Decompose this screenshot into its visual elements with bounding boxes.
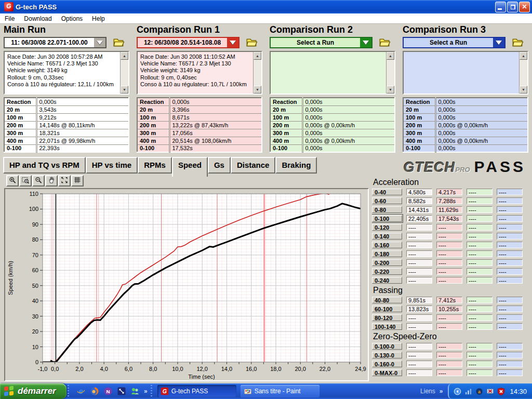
svg-text:14,0: 14,0 (221, 366, 232, 372)
svg-text:a: a (478, 389, 481, 394)
open-run-file-button[interactable] (377, 37, 393, 48)
stats-value: ---- (497, 268, 523, 275)
menu-download[interactable]: Download (19, 14, 56, 23)
tab-rpms[interactable]: RPMs (138, 157, 172, 174)
stats-value: 7,288s (436, 197, 462, 204)
security-shield-icon[interactable] (497, 387, 506, 396)
stats-section-title: Acceleration (373, 178, 528, 187)
open-run-file-button[interactable] (244, 37, 260, 48)
table-row: 100 m0,000s (403, 113, 528, 121)
dropdown-arrow-icon[interactable] (493, 38, 504, 47)
stats-range-button[interactable]: 0-200 (372, 259, 402, 266)
open-run-file-button[interactable] (510, 37, 526, 48)
stats-range-button[interactable]: 0-40 (372, 189, 402, 195)
stats-range-button[interactable]: 0-180 (372, 250, 402, 257)
stats-range-button[interactable]: 0-240 (372, 277, 402, 284)
split-label: 0-100 (4, 144, 36, 152)
stats-range-button[interactable]: 0-160-0 (372, 361, 402, 367)
run-selector-dropdown[interactable]: 11: 06/30/08 22.071-100.00 (4, 37, 107, 48)
stats-range-button[interactable]: 0-80 (372, 206, 402, 213)
stats-range-button[interactable]: 100-140 (372, 323, 402, 330)
remote-desktop-icon[interactable] (116, 386, 127, 396)
zoom-in-button[interactable] (6, 175, 19, 187)
scroll-up-icon[interactable]: ▲ (387, 52, 394, 60)
scroll-down-icon[interactable]: ▼ (121, 86, 128, 94)
scroll-down-icon[interactable]: ▼ (254, 86, 261, 94)
restore-button[interactable] (507, 2, 518, 12)
dropdown-arrow-icon[interactable] (227, 38, 238, 47)
stats-range-button[interactable]: 0-130-0 (372, 352, 402, 358)
zoom-region-button[interactable] (19, 175, 32, 187)
messenger-icon[interactable] (130, 386, 140, 396)
tab-hp-vs-time[interactable]: HP vs time (86, 157, 138, 174)
pan-hand-button[interactable] (45, 175, 58, 187)
stats-value: ---- (497, 314, 523, 321)
stats-range-button[interactable]: 0-60 (372, 197, 402, 204)
stats-range-button[interactable]: 0-MAX-0 (372, 369, 402, 376)
info-scrollbar[interactable]: ▲▼ (253, 52, 261, 94)
tab-braking[interactable]: Braking (275, 157, 317, 174)
info-scrollbar[interactable]: ▲▼ (120, 52, 128, 94)
tab-hp-and-tq-vs-rpm[interactable]: HP and TQ vs RPM (3, 157, 86, 174)
table-row: 300 m0,000s (403, 129, 528, 137)
quicklaunch-overflow-chevron[interactable]: » (144, 388, 148, 395)
start-button[interactable]: démarrer (0, 383, 66, 399)
stats-range-button[interactable]: 0-160 (372, 242, 402, 248)
stats-range-button[interactable]: 40-80 (372, 297, 402, 303)
hide-icons-icon[interactable] (453, 387, 462, 396)
minimize-button[interactable] (495, 2, 506, 12)
split-value: 0,000s @ 0,00km/h (302, 121, 395, 129)
stats-row: 0-120---------------- (372, 224, 528, 231)
svg-text:20,0: 20,0 (295, 366, 306, 372)
scroll-up-icon[interactable]: ▲ (520, 52, 527, 60)
menu-file[interactable]: File (0, 14, 19, 23)
scroll-up-icon[interactable]: ▲ (121, 52, 128, 60)
internet-explorer-icon[interactable]: e (76, 386, 86, 396)
stats-range-button[interactable]: 80-120 (372, 314, 402, 321)
stats-range-button[interactable]: 0-120 (372, 224, 402, 231)
open-run-file-button[interactable] (111, 37, 127, 48)
stats-range-button[interactable]: 60-100 (372, 305, 402, 312)
stats-range-button[interactable]: 0-100-0 (372, 343, 402, 350)
run-info-line: Rollout: 9 cm, 0,40sec (140, 74, 251, 81)
nvu-icon[interactable]: N (103, 386, 113, 396)
zoom-out-button[interactable] (32, 175, 45, 187)
stats-range-button[interactable]: 0-140 (372, 233, 402, 240)
speed-chart[interactable]: -1,00,02,04,06,08,010,012,014,016,018,02… (4, 188, 369, 381)
stats-row: 0-240---------------- (372, 277, 528, 284)
svg-text:10,0: 10,0 (172, 366, 183, 372)
run-selector-dropdown[interactable]: Select a Run (270, 37, 373, 48)
info-scrollbar[interactable]: ▲▼ (386, 52, 394, 94)
taskbar-task-gtech[interactable]: GG-tech PASS (157, 385, 236, 397)
scroll-down-icon[interactable]: ▼ (387, 86, 394, 94)
scroll-up-icon[interactable]: ▲ (254, 52, 261, 60)
run-selector-dropdown[interactable]: 12: 06/30/08 20.514-108.08 (137, 37, 240, 48)
svg-text:0,0: 0,0 (51, 366, 59, 372)
display-error-icon[interactable] (486, 387, 495, 396)
grid-button[interactable] (71, 175, 84, 187)
stats-range-button[interactable]: 0-100 (372, 215, 402, 222)
updates-icon[interactable]: a (475, 387, 484, 396)
tab-distance[interactable]: Distance (231, 157, 276, 174)
stats-range-button[interactable]: 0-220 (372, 268, 402, 275)
links-chevron[interactable]: » (440, 388, 443, 395)
fit-expand-button[interactable] (58, 175, 71, 187)
firefox-icon[interactable] (89, 386, 100, 396)
info-scrollbar[interactable]: ▲▼ (519, 52, 527, 94)
menu-options[interactable]: Options (57, 14, 87, 23)
run-selector-dropdown[interactable]: Select a Run (403, 37, 506, 48)
tab-gs[interactable]: Gs (208, 157, 231, 174)
dropdown-arrow-icon[interactable] (360, 38, 371, 47)
scroll-down-icon[interactable]: ▼ (520, 86, 527, 94)
dropdown-arrow-icon[interactable] (94, 38, 105, 47)
signal-icon[interactable] (464, 387, 473, 396)
split-value: 20,514s @ 108,06km/h (169, 137, 262, 144)
stats-value: ---- (467, 206, 493, 213)
tab-speed[interactable]: Speed (172, 157, 208, 177)
system-tray: a 14:30 (448, 383, 532, 399)
taskbar-task-paint[interactable]: Sans titre - Paint (241, 385, 320, 397)
run-panel-title: Main Run (4, 24, 129, 36)
menu-help[interactable]: Help (87, 14, 110, 23)
stats-value: 8,582s (406, 197, 432, 204)
close-button[interactable]: ✕ (519, 2, 530, 12)
